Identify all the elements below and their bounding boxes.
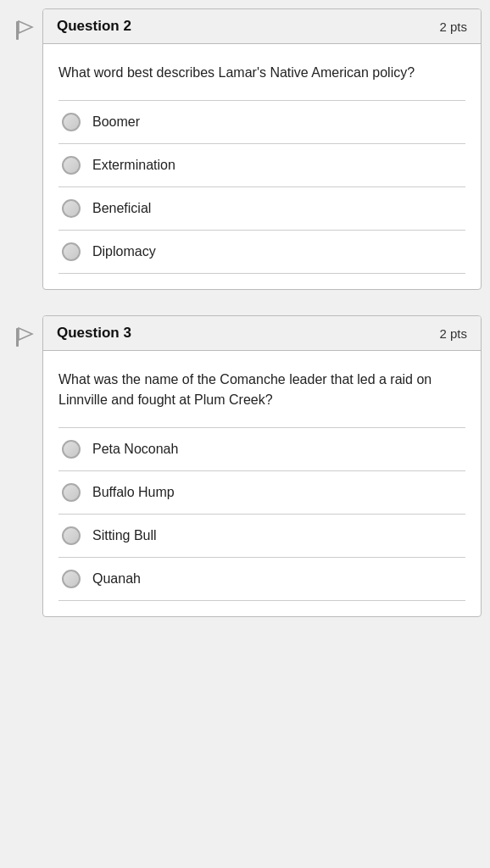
radio-q2-d[interactable]	[62, 242, 81, 261]
option-item-q3-b[interactable]: Buffalo Hump	[58, 471, 465, 515]
flag-icon[interactable]	[8, 15, 39, 46]
option-label-q2-d: Diplomacy	[92, 244, 156, 259]
option-label-q3-c: Sitting Bull	[92, 528, 157, 543]
svg-marker-1	[19, 21, 32, 33]
option-item-q2-d[interactable]: Diplomacy	[58, 231, 465, 274]
svg-marker-3	[19, 328, 32, 340]
question-body-q2: What word best describes Lamar's Native …	[43, 44, 481, 289]
radio-q3-d[interactable]	[62, 570, 81, 588]
radio-q2-c[interactable]	[62, 199, 81, 218]
question-text-q3: What was the name of the Comanche leader…	[58, 370, 465, 410]
option-item-q3-c[interactable]: Sitting Bull	[58, 515, 465, 558]
radio-q3-a[interactable]	[62, 440, 81, 459]
options-list-q3: Peta NoconahBuffalo HumpSitting BullQuan…	[58, 427, 465, 601]
radio-q2-b[interactable]	[62, 156, 81, 175]
question-title-q3: Question 3	[57, 325, 131, 342]
question-wrapper-q3: Question 32 ptsWhat was the name of the …	[0, 315, 490, 617]
question-text-q2: What word best describes Lamar's Native …	[58, 63, 465, 83]
option-item-q2-a[interactable]: Boomer	[58, 101, 465, 144]
question-card-q3: Question 32 ptsWhat was the name of the …	[42, 315, 482, 617]
option-item-q2-b[interactable]: Extermination	[58, 144, 465, 187]
option-label-q3-b: Buffalo Hump	[92, 485, 175, 500]
question-title-q2: Question 2	[57, 18, 131, 35]
option-label-q3-d: Quanah	[92, 571, 141, 587]
question-pts-q2: 2 pts	[439, 19, 467, 34]
radio-q3-b[interactable]	[62, 483, 81, 502]
radio-q2-a[interactable]	[62, 113, 81, 131]
question-body-q3: What was the name of the Comanche leader…	[43, 351, 481, 616]
option-label-q2-a: Boomer	[92, 114, 140, 130]
option-label-q3-a: Peta Noconah	[92, 442, 178, 457]
flag-icon[interactable]	[8, 322, 39, 353]
question-wrapper-q2: Question 22 ptsWhat word best describes …	[0, 8, 490, 290]
option-label-q2-c: Beneficial	[92, 201, 151, 216]
radio-q3-c[interactable]	[62, 526, 81, 545]
question-card-q2: Question 22 ptsWhat word best describes …	[42, 8, 482, 290]
option-item-q3-a[interactable]: Peta Noconah	[58, 428, 465, 471]
question-pts-q3: 2 pts	[439, 326, 467, 341]
option-item-q3-d[interactable]: Quanah	[58, 558, 465, 601]
options-list-q2: BoomerExterminationBeneficialDiplomacy	[58, 100, 465, 274]
option-item-q2-c[interactable]: Beneficial	[58, 187, 465, 231]
page-container: Question 22 ptsWhat word best describes …	[0, 0, 490, 626]
option-label-q2-b: Extermination	[92, 158, 175, 173]
question-header-q3: Question 32 pts	[43, 316, 481, 351]
question-header-q2: Question 22 pts	[43, 9, 481, 44]
